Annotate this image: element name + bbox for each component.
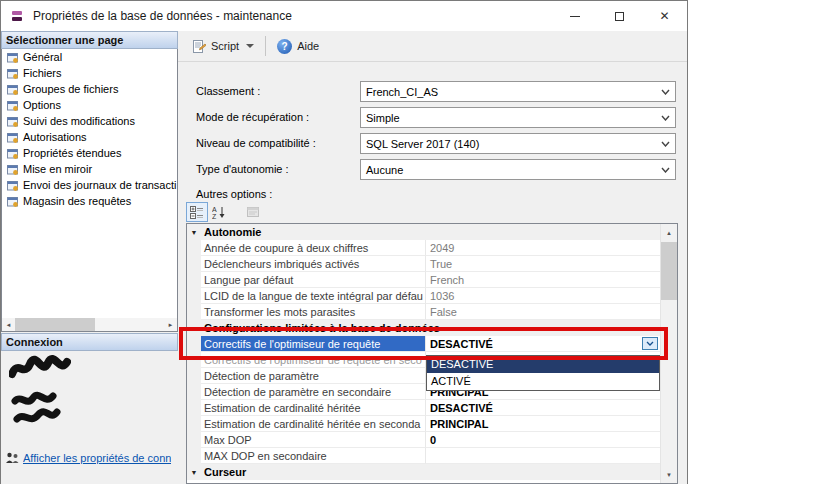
containment-type-value: Aucune <box>366 164 403 176</box>
sidebar-item-suivi-des-modifications[interactable]: Suivi des modifications <box>2 113 177 129</box>
collation-select[interactable]: French_CI_AS <box>360 81 676 102</box>
page-icon <box>6 147 19 160</box>
page-icon <box>6 179 19 192</box>
sidebar-item-mise-en-miroir[interactable]: Mise en miroir <box>2 161 177 177</box>
property-row-fulltext-lcid[interactable]: LCID de la langue de texte intégral par … <box>187 288 660 304</box>
property-value[interactable] <box>426 448 660 464</box>
sidebar-item-general[interactable]: Général <box>2 49 177 65</box>
value-dropdown-list: DESACTIVÉ ACTIVÉ <box>426 355 660 391</box>
sidebar-item-label: Général <box>23 51 62 63</box>
property-value-editor[interactable]: DESACTIVÉ <box>426 336 660 352</box>
property-row-nested-triggers[interactable]: Déclencheurs imbriqués activés True <box>187 256 660 272</box>
sidebar-item-options[interactable]: Options <box>2 97 177 113</box>
category-row-curseur[interactable]: ▼ Curseur <box>187 464 660 480</box>
page-icon <box>6 131 19 144</box>
scroll-left-button[interactable]: ◄ <box>2 318 15 331</box>
compatibility-level-value: SQL Server 2017 (140) <box>366 138 479 150</box>
maximize-button[interactable] <box>597 1 642 31</box>
main-panel: Script ? Aide Classement : French_CI_AS … <box>178 31 687 484</box>
property-name: Langue par défaut <box>201 272 426 288</box>
app-icon <box>9 8 25 24</box>
property-rows: ▼ Autonomie Année de coupure à deux chif… <box>187 224 660 480</box>
close-button[interactable]: ✕ <box>642 1 687 31</box>
connection-header: Connexion <box>1 333 178 351</box>
scroll-up-button[interactable]: ▲ <box>661 224 677 241</box>
property-name: MAX DOP en secondaire <box>201 448 426 464</box>
dropdown-option-active[interactable]: ACTIVÉ <box>427 373 659 390</box>
minimize-button[interactable] <box>552 1 597 31</box>
sidebar-item-label: Suivi des modifications <box>23 115 135 127</box>
sidebar-item-autorisations[interactable]: Autorisations <box>2 129 177 145</box>
compatibility-level-select[interactable]: SQL Server 2017 (140) <box>360 133 676 154</box>
containment-type-select[interactable]: Aucune <box>360 159 676 180</box>
select-page-header: Sélectionner une page <box>1 31 178 49</box>
script-icon <box>192 39 206 54</box>
sidebar-item-fichiers[interactable]: Fichiers <box>2 65 177 81</box>
dialog-toolbar: Script ? Aide <box>178 31 687 62</box>
alphabetical-sort-button[interactable]: AZ <box>208 202 230 222</box>
page-icon <box>6 115 19 128</box>
scrollbar-thumb[interactable] <box>15 318 95 331</box>
property-value[interactable]: French <box>426 272 660 288</box>
category-expand-icon[interactable]: ▼ <box>191 229 198 236</box>
category-row-database-scoped-configurations[interactable]: ▼ Configurations limitées à la base de d… <box>187 320 660 336</box>
sidebar-item-label: Propriétés étendues <box>23 147 121 159</box>
dropdown-option-desactive[interactable]: DESACTIVÉ <box>427 356 659 373</box>
property-name: Estimation de cardinalité héritée en sec… <box>201 416 426 432</box>
property-row-legacy-cardinality-estimation[interactable]: Estimation de cardinalité héritée DESACT… <box>187 400 660 416</box>
property-name: Déclencheurs imbriqués activés <box>201 256 426 272</box>
sidebar-item-label: Autorisations <box>23 131 87 143</box>
property-row-transform-noise-words[interactable]: Transformer les mots parasites False <box>187 304 660 320</box>
sidebar-item-label: Magasin des requêtes <box>23 195 131 207</box>
sidebar-item-magasin-des-requetes[interactable]: Magasin des requêtes <box>2 193 177 209</box>
sidebar-item-proprietes-etendues[interactable]: Propriétés étendues <box>2 145 177 161</box>
property-row-default-language[interactable]: Langue par défaut French <box>187 272 660 288</box>
property-value[interactable]: True <box>426 256 660 272</box>
recovery-model-value: Simple <box>366 112 400 124</box>
category-row-autonomie[interactable]: ▼ Autonomie <box>187 224 660 240</box>
category-expand-icon[interactable]: ▼ <box>191 469 198 476</box>
property-row-query-optimizer-hotfixes[interactable]: Correctifs de l'optimiseur de requête DE… <box>187 336 660 352</box>
property-value[interactable]: PRINCIPAL <box>426 416 660 432</box>
property-value[interactable]: 0 <box>426 432 660 448</box>
property-value[interactable]: DESACTIVÉ <box>426 400 660 416</box>
category-expand-icon[interactable]: ▼ <box>191 325 198 332</box>
value-dropdown-button[interactable] <box>642 337 658 350</box>
close-icon: ✕ <box>659 10 669 22</box>
svg-text:A: A <box>212 206 217 213</box>
property-value: DESACTIVÉ <box>430 338 493 350</box>
categorized-view-button[interactable] <box>186 202 208 222</box>
window-controls: ✕ <box>552 1 687 31</box>
scroll-right-button[interactable]: ► <box>164 318 177 331</box>
category-label: Configurations limitées à la base de don… <box>201 320 660 336</box>
property-value[interactable]: 1036 <box>426 288 660 304</box>
window-title: Propriétés de la base de données - maint… <box>33 9 292 23</box>
category-label: Curseur <box>201 464 660 480</box>
scroll-down-button[interactable]: ▼ <box>661 466 677 483</box>
help-button[interactable]: ? Aide <box>271 35 325 58</box>
property-name: Détection de paramètre en secondaire <box>201 384 426 400</box>
property-row-legacy-cardinality-estimation-secondary[interactable]: Estimation de cardinalité héritée en sec… <box>187 416 660 432</box>
sidebar-item-label: Mise en miroir <box>23 163 92 175</box>
sidebar-item-envoi-des-journaux[interactable]: Envoi des journaux de transacti <box>2 177 177 193</box>
property-name: Max DOP <box>201 432 426 448</box>
view-connection-properties-link[interactable]: Afficher les propriétés de conn <box>23 452 171 464</box>
scrollbar-thumb[interactable] <box>661 242 677 300</box>
compatibility-level-label: Niveau de compatibilité : <box>196 137 316 149</box>
recovery-model-label: Mode de récupération : <box>196 111 309 123</box>
help-icon: ? <box>277 39 292 54</box>
property-value[interactable]: 2049 <box>426 240 660 256</box>
script-button[interactable]: Script <box>186 35 260 58</box>
property-row-max-dop-secondary[interactable]: MAX DOP en secondaire <box>187 448 660 464</box>
property-row-two-digit-cutoff[interactable]: Année de coupure à deux chiffres 2049 <box>187 240 660 256</box>
property-value[interactable]: False <box>426 304 660 320</box>
property-grid-vertical-scrollbar[interactable]: ▲ ▼ <box>660 224 677 483</box>
page-icon <box>6 51 19 64</box>
recovery-model-select[interactable]: Simple <box>360 107 676 128</box>
page-list-horizontal-scrollbar[interactable]: ◄ ► <box>2 318 177 331</box>
page-icon <box>6 67 19 80</box>
property-row-max-dop[interactable]: Max DOP 0 <box>187 432 660 448</box>
sidebar-item-groupes-de-fichiers[interactable]: Groupes de fichiers <box>2 81 177 97</box>
sidebar-item-label: Envoi des journaux de transacti <box>23 179 176 191</box>
redacted-connection-name <box>11 391 67 431</box>
